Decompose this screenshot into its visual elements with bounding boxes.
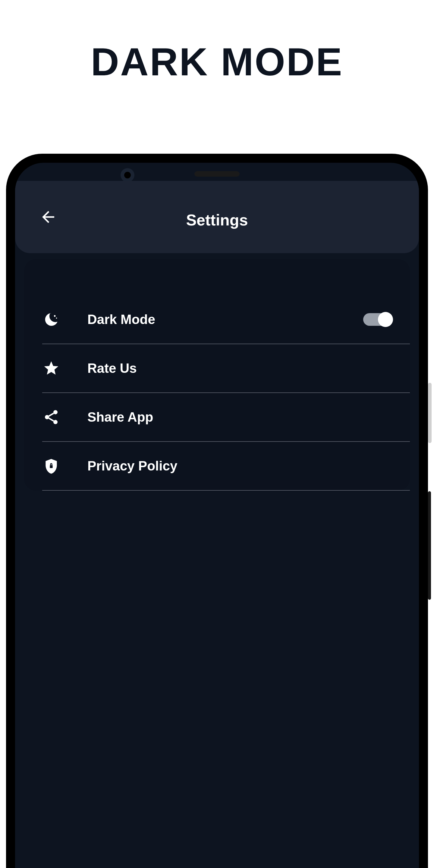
app-header: Settings	[15, 181, 419, 253]
phone-notch	[15, 163, 419, 181]
camera-icon	[121, 168, 134, 182]
row-label: Share App	[87, 410, 392, 425]
svg-point-0	[54, 315, 56, 317]
moon-icon	[42, 310, 60, 329]
settings-card: Dark Mode Rate Us	[24, 259, 410, 491]
settings-row-share-app[interactable]: Share App	[42, 393, 410, 442]
svg-point-4	[53, 420, 58, 424]
header-title: Settings	[30, 211, 404, 229]
settings-row-privacy-policy[interactable]: Privacy Policy	[42, 442, 410, 491]
shield-icon	[42, 457, 60, 475]
back-button[interactable]	[39, 208, 57, 226]
row-label: Rate Us	[87, 361, 392, 376]
settings-row-dark-mode[interactable]: Dark Mode	[42, 296, 410, 344]
settings-row-rate-us[interactable]: Rate Us	[42, 344, 410, 393]
phone-screen: Settings Dark Mode	[15, 163, 419, 868]
share-icon	[42, 408, 60, 426]
svg-point-3	[45, 415, 49, 419]
svg-point-2	[53, 410, 58, 414]
row-label: Privacy Policy	[87, 458, 392, 473]
svg-point-1	[56, 317, 57, 318]
toggle-knob	[378, 312, 393, 327]
speaker-icon	[194, 171, 240, 177]
dark-mode-toggle[interactable]	[363, 313, 392, 326]
phone-power-button	[428, 491, 431, 600]
phone-side-button	[428, 383, 432, 443]
arrow-left-icon	[39, 207, 57, 227]
promo-title: DARK MODE	[0, 0, 434, 102]
row-label: Dark Mode	[87, 312, 363, 327]
phone-frame: Settings Dark Mode	[6, 154, 428, 868]
svg-rect-5	[50, 465, 53, 468]
star-icon	[42, 359, 60, 377]
